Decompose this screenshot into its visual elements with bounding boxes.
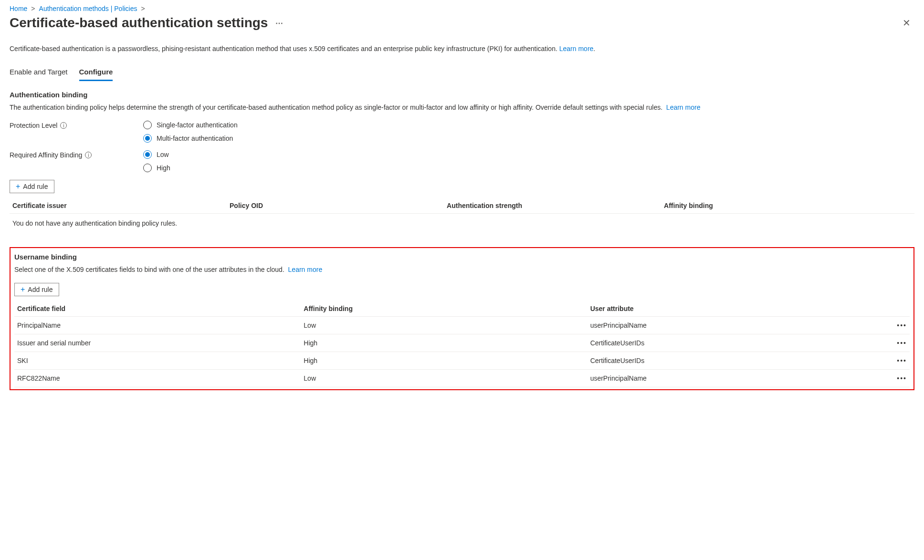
username-binding-learn-more-link[interactable]: Learn more xyxy=(288,266,323,273)
table-row[interactable]: RFC822NameLowuserPrincipalName••• xyxy=(14,370,910,387)
radio-affinity-low[interactable]: Low xyxy=(143,150,170,159)
radio-affinity-high[interactable]: High xyxy=(143,164,170,172)
col-auth-strength[interactable]: Authentication strength xyxy=(444,198,661,214)
cell-affinity-binding: High xyxy=(301,334,587,352)
row-more-button[interactable]: ••• xyxy=(856,370,910,387)
username-binding-heading: Username binding xyxy=(14,253,910,261)
radio-affinity-high-label: High xyxy=(157,164,170,172)
auth-binding-desc-text: The authentication binding policy helps … xyxy=(10,104,662,111)
cell-affinity-binding: Low xyxy=(301,317,587,334)
auth-binding-empty-message: You do not have any authentication bindi… xyxy=(10,214,914,233)
protection-level-label: Protection Level i xyxy=(10,121,143,129)
plus-icon: + xyxy=(21,285,25,294)
close-icon: ✕ xyxy=(903,18,911,28)
cell-certificate-field: PrincipalName xyxy=(14,317,301,334)
breadcrumb-home[interactable]: Home xyxy=(10,5,27,12)
radio-single-factor-label: Single-factor authentication xyxy=(157,121,238,129)
tab-configure[interactable]: Configure xyxy=(79,64,113,81)
breadcrumb: Home > Authentication methods | Policies… xyxy=(10,5,914,12)
auth-binding-heading: Authentication binding xyxy=(10,91,914,99)
row-more-button[interactable]: ••• xyxy=(856,334,910,352)
row-more-button[interactable]: ••• xyxy=(856,317,910,334)
learn-more-link[interactable]: Learn more xyxy=(559,45,594,52)
chevron-right-icon: > xyxy=(141,5,145,12)
protection-level-text: Protection Level xyxy=(10,122,57,129)
col-affinity-binding[interactable]: Affinity binding xyxy=(661,198,914,214)
more-icon: ••• xyxy=(897,321,907,329)
cell-certificate-field: SKI xyxy=(14,352,301,370)
col-actions xyxy=(856,301,910,317)
table-header-row: Certificate issuer Policy OID Authentica… xyxy=(10,198,914,214)
affinity-binding-radio-group: Low High xyxy=(143,150,170,172)
tab-enable-and-target[interactable]: Enable and Target xyxy=(10,64,68,81)
radio-multi-factor-label: Multi-factor authentication xyxy=(157,135,233,142)
more-icon: ••• xyxy=(897,374,907,382)
cell-user-attribute: userPrincipalName xyxy=(588,317,856,334)
radio-single-factor[interactable]: Single-factor authentication xyxy=(143,121,238,129)
radio-multi-factor[interactable]: Multi-factor authentication xyxy=(143,134,238,143)
affinity-binding-row: Required Affinity Binding i Low High xyxy=(10,150,914,172)
protection-level-radio-group: Single-factor authentication Multi-facto… xyxy=(143,121,238,143)
radio-icon xyxy=(143,134,152,143)
table-row[interactable]: PrincipalNameLowuserPrincipalName••• xyxy=(14,317,910,334)
more-icon: ••• xyxy=(897,339,907,347)
affinity-binding-label: Required Affinity Binding i xyxy=(10,150,143,159)
authentication-binding-section: Authentication binding The authenticatio… xyxy=(10,91,914,233)
cell-affinity-binding: High xyxy=(301,352,587,370)
page-title-text: Certificate-based authentication setting… xyxy=(10,15,268,31)
col-certificate-issuer[interactable]: Certificate issuer xyxy=(10,198,227,214)
cell-user-attribute: userPrincipalName xyxy=(588,370,856,387)
col-affinity-binding[interactable]: Affinity binding xyxy=(301,301,587,317)
table-row[interactable]: Issuer and serial numberHighCertificateU… xyxy=(14,334,910,352)
row-more-button[interactable]: ••• xyxy=(856,352,910,370)
info-icon[interactable]: i xyxy=(85,152,92,158)
username-binding-description: Select one of the X.509 certificates fie… xyxy=(14,266,910,273)
username-binding-desc-text: Select one of the X.509 certificates fie… xyxy=(14,266,284,273)
page-description: Certificate-based authentication is a pa… xyxy=(10,45,914,52)
page-header: Certificate-based authentication setting… xyxy=(10,15,914,31)
more-icon[interactable]: ⋯ xyxy=(275,19,284,28)
affinity-binding-text: Required Affinity Binding xyxy=(10,151,82,159)
cell-affinity-binding: Low xyxy=(301,370,587,387)
add-auth-rule-button[interactable]: + Add rule xyxy=(10,180,54,193)
radio-affinity-low-label: Low xyxy=(157,151,169,158)
cell-certificate-field: RFC822Name xyxy=(14,370,301,387)
plus-icon: + xyxy=(16,182,20,191)
auth-binding-learn-more-link[interactable]: Learn more xyxy=(666,104,701,111)
table-header-row: Certificate field Affinity binding User … xyxy=(14,301,910,317)
col-policy-oid[interactable]: Policy OID xyxy=(227,198,444,214)
radio-icon xyxy=(143,164,152,172)
cell-certificate-field: Issuer and serial number xyxy=(14,334,301,352)
chevron-right-icon: > xyxy=(31,5,35,12)
add-rule-label: Add rule xyxy=(23,183,48,190)
table-row[interactable]: SKIHighCertificateUserIDs••• xyxy=(14,352,910,370)
auth-binding-table: Certificate issuer Policy OID Authentica… xyxy=(10,198,914,214)
username-binding-section: Username binding Select one of the X.509… xyxy=(10,247,914,390)
username-binding-table: Certificate field Affinity binding User … xyxy=(14,301,910,387)
cell-user-attribute: CertificateUserIDs xyxy=(588,334,856,352)
close-button[interactable]: ✕ xyxy=(899,15,914,31)
radio-icon xyxy=(143,121,152,129)
col-certificate-field[interactable]: Certificate field xyxy=(14,301,301,317)
add-username-rule-button[interactable]: + Add rule xyxy=(14,283,59,296)
cell-user-attribute: CertificateUserIDs xyxy=(588,352,856,370)
add-rule-label: Add rule xyxy=(28,286,52,293)
page-title: Certificate-based authentication setting… xyxy=(10,15,284,31)
protection-level-row: Protection Level i Single-factor authent… xyxy=(10,121,914,143)
page-description-text: Certificate-based authentication is a pa… xyxy=(10,45,557,52)
more-icon: ••• xyxy=(897,357,907,364)
tab-list: Enable and Target Configure xyxy=(10,64,914,81)
breadcrumb-auth-methods[interactable]: Authentication methods | Policies xyxy=(39,5,137,12)
col-user-attribute[interactable]: User attribute xyxy=(588,301,856,317)
auth-binding-description: The authentication binding policy helps … xyxy=(10,104,914,111)
radio-icon xyxy=(143,150,152,159)
info-icon[interactable]: i xyxy=(60,122,67,129)
